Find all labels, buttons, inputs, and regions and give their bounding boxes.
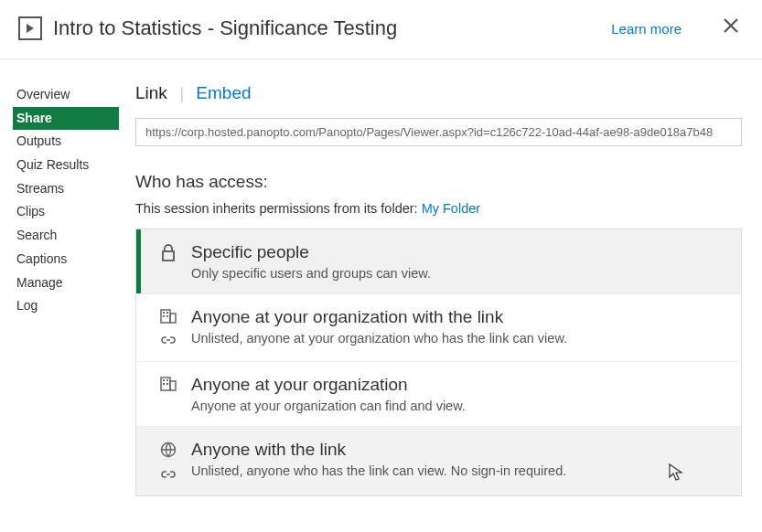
access-text: Anyone at your organization with the lin… [191,307,730,346]
main-panel: Link | Embed Who has access: This sessio… [119,83,762,496]
access-option-anyone-with-link[interactable]: Anyone with the link Unlisted, anyone wh… [136,426,741,495]
tab-separator: | [179,83,184,102]
sidebar-item-quiz-results[interactable]: Quiz Results [13,154,119,177]
close-button[interactable] [718,13,744,44]
folder-link[interactable]: My Folder [422,201,480,216]
tab-link[interactable]: Link [135,83,167,102]
svg-rect-5 [166,315,168,317]
lock-icon [160,244,177,266]
svg-rect-8 [163,379,165,381]
svg-rect-10 [163,383,165,385]
svg-rect-4 [163,315,165,317]
learn-more-link[interactable]: Learn more [611,21,682,37]
access-text: Anyone at your organization Anyone at yo… [191,375,730,413]
access-option-list: Specific people Only specific users and … [135,229,742,496]
access-text: Anyone with the link Unlisted, anyone wh… [191,440,730,478]
link-icon [160,466,177,483]
svg-rect-1 [170,314,176,323]
link-icon [160,332,177,348]
access-option-title: Anyone at your organization [191,375,730,395]
sidebar-item-captions[interactable]: Captions [13,248,119,271]
sidebar-item-clips[interactable]: Clips [13,200,119,224]
svg-rect-7 [170,381,176,390]
dialog-title: Intro to Statistics - Significance Testi… [53,16,611,40]
sidebar-item-overview[interactable]: Overview [13,83,119,107]
access-option-desc: Unlisted, anyone who has the link can vi… [191,463,730,478]
svg-rect-2 [163,312,165,314]
dialog-header: Intro to Statistics - Significance Testi… [0,0,762,59]
access-icon-col [145,440,191,483]
access-text: Specific people Only specific users and … [191,242,730,281]
globe-icon [160,442,177,462]
access-option-desc: Only specific users and groups can view. [191,266,730,281]
access-option-specific-people[interactable]: Specific people Only specific users and … [136,229,741,293]
play-icon [18,16,42,40]
svg-rect-3 [166,312,168,314]
inherit-prefix: This session inherits permissions from i… [135,201,422,216]
building-icon [160,377,177,395]
svg-rect-11 [166,383,168,385]
sidebar-item-share[interactable]: Share [13,107,119,131]
access-option-title: Specific people [191,242,730,262]
access-option-title: Anyone at your organization with the lin… [191,307,730,327]
access-icon-col [145,307,191,348]
dialog-body: Overview Share Outputs Quiz Results Stre… [0,59,762,496]
access-option-org-with-link[interactable]: Anyone at your organization with the lin… [136,293,741,361]
sidebar-item-manage[interactable]: Manage [13,271,119,295]
sidebar-item-log[interactable]: Log [13,294,119,318]
access-option-title: Anyone with the link [191,440,730,460]
sidebar-item-streams[interactable]: Streams [13,177,119,201]
svg-rect-6 [161,378,170,390]
sidebar-item-search[interactable]: Search [13,224,119,248]
tab-embed[interactable]: Embed [196,83,251,102]
access-icon-col [145,242,191,266]
access-option-desc: Anyone at your organization can find and… [191,399,730,413]
access-icon-col [145,375,191,395]
svg-rect-9 [166,379,168,381]
sidebar-item-outputs[interactable]: Outputs [13,130,119,154]
building-icon [160,309,177,327]
svg-rect-0 [161,310,170,323]
access-option-org[interactable]: Anyone at your organization Anyone at yo… [136,361,741,426]
share-url-input[interactable] [135,118,742,146]
share-tabs: Link | Embed [135,83,742,103]
access-option-desc: Unlisted, anyone at your organization wh… [191,331,730,346]
inherit-message: This session inherits permissions from i… [135,201,742,216]
sidebar: Overview Share Outputs Quiz Results Stre… [0,83,119,496]
access-heading: Who has access: [135,172,742,192]
